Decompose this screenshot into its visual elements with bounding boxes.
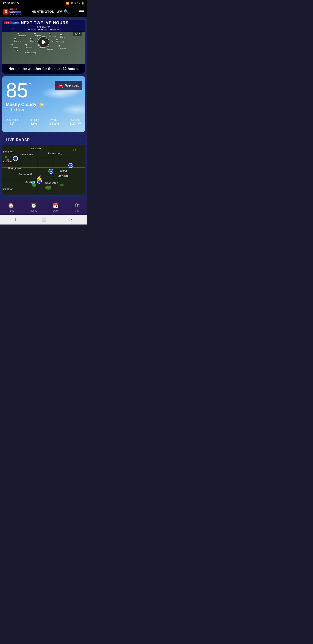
sunset-label: Sunset [69, 118, 81, 122]
map-label-chillicothe: Chillicothe [20, 153, 33, 156]
video-thumbnail[interactable]: 69Cincinnati 69Parkersburg 66Clarksburg … [2, 20, 85, 64]
daily-icon: 📅 [53, 202, 59, 208]
humidity-label: Humidity [28, 118, 39, 122]
battery-icon: 🔋 [81, 2, 84, 5]
map-label-virginia: VIRGINIA [58, 175, 69, 178]
feels-like: Feels Like 91° [6, 108, 81, 112]
nav-map-label: Map [74, 209, 79, 212]
location-display: HUNTINGTON, WV 🔍 [31, 9, 69, 14]
dew-point-value: 71° [6, 122, 18, 126]
condition-row: Mostly Cloudy 🌤️ [6, 102, 81, 108]
video-legend: RAIN MIXED SNOW [4, 28, 83, 31]
wind-value: SSW 6 [49, 122, 59, 126]
map-label-hamilton: hamilton [3, 150, 13, 153]
map-icon: 🗺 [74, 202, 79, 208]
video-subtitle: SAT 1:00 AM [4, 26, 83, 28]
map-label-lexington: exington [3, 188, 13, 190]
weather-stats: Dew Point 71° Humidity 62% Wind SSW 6 Su… [6, 116, 81, 126]
status-app-icon: ✕ [17, 2, 19, 5]
search-button[interactable]: 🔍 [64, 9, 69, 14]
stat-dew-point: Dew Point 71° [6, 118, 18, 126]
location-text: HUNTINGTON, WV [31, 10, 62, 14]
radar-header[interactable]: LIVE RADAR › [2, 135, 85, 145]
nav-daily[interactable]: 📅 Daily [49, 202, 62, 213]
map-label-lancaster: Lancaster [29, 147, 41, 150]
recents-button[interactable]: ⦀ [15, 217, 16, 222]
interstate-79: 79 [68, 163, 73, 168]
logo-first-alert: FIRST [9, 8, 21, 11]
video-title: NEXT TWELVE HOURS [21, 20, 69, 25]
weather-card: 🚗 Wet road 85° Mostly Cloudy 🌤️ Feels Li… [2, 76, 85, 132]
logo-weather-text: WEATHER [9, 14, 21, 16]
feels-like-label: Feels Like [6, 108, 20, 112]
temperature-value: 85 [6, 79, 28, 102]
nav-home[interactable]: 🏠 Home [4, 202, 18, 213]
status-bar: 12:30 85° ✕ 📶 ⊘ 69% 🔋 [0, 0, 87, 6]
nav-map[interactable]: 🗺 Map [71, 202, 83, 213]
nav-hourly[interactable]: ⏰ Hourly [26, 202, 41, 213]
bottom-navigation: 🏠 Home ⏰ Hourly 📅 Daily 🗺 Map [0, 200, 87, 215]
feels-like-value: 91° [21, 108, 26, 112]
radar-arrow-icon: › [80, 138, 81, 143]
play-button[interactable] [38, 36, 49, 48]
nav-daily-label: Daily [53, 209, 58, 212]
wind-label: Wind [49, 118, 59, 122]
nav-home-label: Home [8, 209, 14, 212]
interstate-71: 71 [13, 156, 18, 161]
temperature-display: 85° [6, 80, 81, 100]
radar-map[interactable]: hamilton Chillicothe Parkersburg ncinnat… [2, 145, 85, 194]
map-label-west: WEST [60, 170, 67, 173]
condition-icon: 🌤️ [38, 102, 44, 108]
dew-point-label: Dew Point [6, 118, 18, 122]
video-caption: Here is the weather for the next 12 hour… [2, 64, 85, 74]
humidity-value: 62% [28, 122, 39, 126]
battery-level: 69% [74, 2, 80, 5]
logo: 3 FIRST ALERT WEATHER [3, 8, 21, 16]
sunset-value: 8:37 PM [69, 122, 81, 126]
map-label-parkersburg: Parkersburg [48, 152, 62, 155]
status-temp: 85° [11, 2, 16, 5]
interstate-77-1: 77 [48, 169, 53, 174]
nav-hourly-label: Hourly [30, 209, 37, 212]
map-label-charleston: Charleston [45, 182, 58, 184]
stat-sunset: Sunset 8:37 PM [69, 118, 81, 126]
video-overlay: FIRST ALERT NEXT TWELVE HOURS SAT 1:00 A… [2, 20, 85, 32]
hourly-icon: ⏰ [31, 202, 37, 208]
radar-title: LIVE RADAR [6, 138, 30, 142]
logo-number: 3 [3, 9, 8, 14]
main-content: 69Cincinnati 69Parkersburg 66Clarksburg … [0, 18, 87, 200]
play-icon [42, 40, 46, 44]
radar-card: LIVE RADAR › hamilton Chillicothe Parker… [2, 135, 85, 194]
lightning-icon: ⚡ [35, 175, 43, 182]
first-alert-badge: FIRST ALERT [4, 22, 19, 24]
wifi-icon: 📶 [66, 2, 69, 5]
home-icon: 🏠 [8, 202, 14, 208]
status-time: 12:30 [3, 2, 10, 5]
map-label-georgetown: Georgetown [8, 167, 22, 170]
menu-button[interactable] [79, 10, 84, 13]
map-label-portsmouth: Portsmouth [19, 173, 33, 176]
back-button[interactable]: ‹ [71, 217, 72, 222]
condition-text: Mostly Cloudy [6, 102, 36, 107]
degree-symbol: ° [28, 80, 32, 90]
dnd-icon: ⊘ [71, 2, 73, 5]
app-header: 3 FIRST ALERT WEATHER HUNTINGTON, WV 🔍 [0, 6, 87, 18]
system-navigation: ⦀ ⬜ ‹ [0, 215, 87, 224]
home-button[interactable]: ⬜ [41, 217, 46, 222]
stat-humidity: Humidity 62% [28, 118, 39, 126]
video-card: 69Cincinnati 69Parkersburg 66Clarksburg … [2, 20, 85, 74]
map-label-mc: Mc [73, 148, 76, 151]
stat-wind: Wind SSW 6 [49, 118, 59, 126]
volume-button[interactable]: 🔊✕ [73, 31, 82, 36]
